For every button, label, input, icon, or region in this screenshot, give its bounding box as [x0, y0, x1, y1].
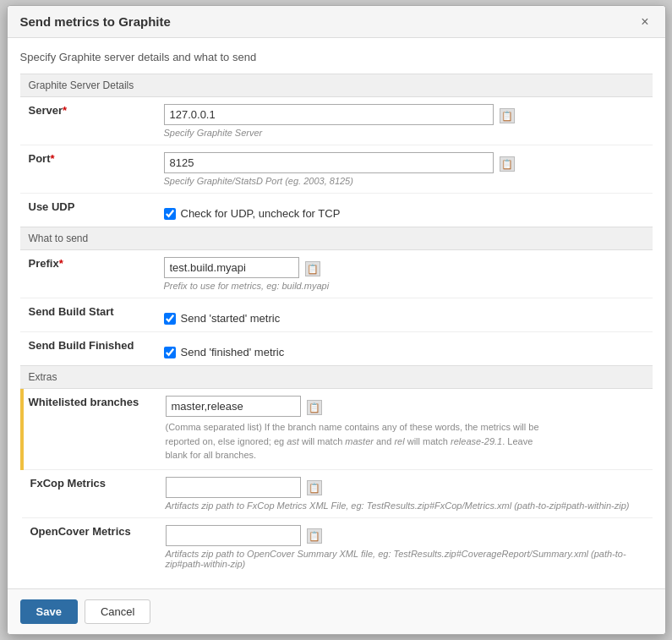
- dialog-body: Specify Graphite server details and what…: [8, 38, 665, 588]
- send-build-start-checkbox[interactable]: [164, 313, 176, 325]
- save-button[interactable]: Save: [20, 599, 78, 624]
- dialog-description: Specify Graphite server details and what…: [20, 51, 653, 63]
- what-to-send-table: Prefix* 📋 Prefix to use for metrics, eg:…: [20, 250, 653, 365]
- opencover-metrics-cell: 📋 Artifacts zip path to OpenCover Summar…: [157, 517, 653, 576]
- close-button[interactable]: ×: [637, 15, 652, 29]
- server-input-cell: 📋 Specify Graphite Server: [156, 97, 653, 145]
- use-udp-checkbox-label: Check for UDP, uncheck for TCP: [181, 207, 341, 220]
- send-build-start-label: Send Build Start: [20, 298, 156, 332]
- server-details-section-header: Graphite Server Details: [20, 74, 653, 97]
- server-details-table: Server* 📋 Specify Graphite Server Port* …: [20, 97, 653, 227]
- port-label: Port*: [20, 145, 156, 194]
- server-label: Server*: [20, 97, 156, 145]
- send-build-finished-checkbox[interactable]: [164, 347, 176, 358]
- whitelisted-branches-input[interactable]: [166, 396, 301, 417]
- whitelisted-branches-hint: (Comma separated list) If the branch nam…: [166, 420, 555, 462]
- server-hint: Specify Graphite Server: [164, 128, 644, 138]
- send-build-finished-cell: Send 'finished' metric: [156, 332, 653, 366]
- dialog: Send metrics to Graphite × Specify Graph…: [7, 5, 666, 635]
- what-to-send-section-header: What to send: [20, 227, 653, 250]
- prefix-input[interactable]: [164, 257, 299, 278]
- opencover-copy-icon[interactable]: 📋: [307, 528, 322, 544]
- fxcop-metrics-row: FxCop Metrics 📋 Artifacts zip path to Fx…: [22, 469, 653, 517]
- dialog-header: Send metrics to Graphite ×: [8, 6, 665, 38]
- opencover-metrics-row: OpenCover Metrics 📋 Artifacts zip path t…: [22, 517, 653, 576]
- opencover-metrics-label: OpenCover Metrics: [22, 517, 157, 576]
- send-build-start-checkbox-row: Send 'started' metric: [164, 305, 644, 325]
- opencover-metrics-input[interactable]: [166, 525, 301, 546]
- extras-section-header: Extras: [20, 365, 653, 389]
- prefix-copy-icon[interactable]: 📋: [305, 261, 320, 276]
- send-build-finished-label: Send Build Finished: [20, 332, 156, 366]
- fxcop-metrics-cell: 📋 Artifacts zip path to FxCop Metrics XM…: [157, 469, 653, 517]
- fxcop-metrics-hint: Artifacts zip path to FxCop Metrics XML …: [166, 501, 644, 511]
- whitelisted-copy-icon[interactable]: 📋: [307, 400, 322, 415]
- port-required: *: [51, 152, 55, 165]
- prefix-label: Prefix*: [20, 250, 156, 298]
- whitelisted-branches-cell: 📋 (Comma separated list) If the branch n…: [157, 389, 653, 469]
- prefix-row: Prefix* 📋 Prefix to use for metrics, eg:…: [20, 250, 653, 298]
- port-hint: Specify Graphite/StatsD Port (eg. 2003, …: [164, 176, 644, 186]
- use-udp-row: Use UDP Check for UDP, uncheck for TCP: [20, 194, 653, 227]
- fxcop-metrics-input[interactable]: [166, 477, 301, 498]
- prefix-hint: Prefix to use for metrics, eg: build.mya…: [164, 281, 644, 291]
- prefix-input-cell: 📋 Prefix to use for metrics, eg: build.m…: [156, 250, 653, 298]
- send-build-finished-row: Send Build Finished Send 'finished' metr…: [20, 332, 653, 366]
- server-input[interactable]: [164, 104, 494, 125]
- port-copy-icon[interactable]: 📋: [500, 156, 515, 172]
- port-input-cell: 📋 Specify Graphite/StatsD Port (eg. 2003…: [156, 145, 653, 194]
- server-row: Server* 📋 Specify Graphite Server: [20, 97, 653, 145]
- use-udp-label: Use UDP: [20, 194, 156, 227]
- server-required: *: [63, 104, 67, 117]
- send-build-start-row: Send Build Start Send 'started' metric: [20, 298, 653, 332]
- send-build-start-cell: Send 'started' metric: [156, 298, 653, 332]
- dialog-title: Send metrics to Graphite: [20, 14, 171, 29]
- send-build-start-checkbox-label: Send 'started' metric: [181, 312, 281, 325]
- use-udp-checkbox-row: Check for UDP, uncheck for TCP: [164, 200, 644, 220]
- send-build-finished-checkbox-row: Send 'finished' metric: [164, 339, 644, 358]
- prefix-required: *: [59, 257, 63, 270]
- port-row: Port* 📋 Specify Graphite/StatsD Port (eg…: [20, 145, 653, 194]
- use-udp-input-cell: Check for UDP, uncheck for TCP: [156, 194, 653, 227]
- extras-table: Whitelisted branches 📋 (Comma separated …: [20, 389, 653, 576]
- port-input[interactable]: [164, 152, 494, 173]
- whitelisted-branches-row: Whitelisted branches 📋 (Comma separated …: [22, 389, 653, 469]
- use-udp-checkbox[interactable]: [164, 208, 176, 220]
- whitelisted-branches-label: Whitelisted branches: [22, 389, 157, 469]
- opencover-metrics-hint: Artifacts zip path to OpenCover Summary …: [166, 549, 644, 569]
- server-copy-icon[interactable]: 📋: [500, 108, 515, 123]
- dialog-footer: Save Cancel: [8, 588, 665, 634]
- cancel-button[interactable]: Cancel: [85, 599, 150, 624]
- send-build-finished-checkbox-label: Send 'finished' metric: [181, 346, 285, 358]
- fxcop-copy-icon[interactable]: 📋: [307, 480, 322, 495]
- fxcop-metrics-label: FxCop Metrics: [22, 469, 157, 517]
